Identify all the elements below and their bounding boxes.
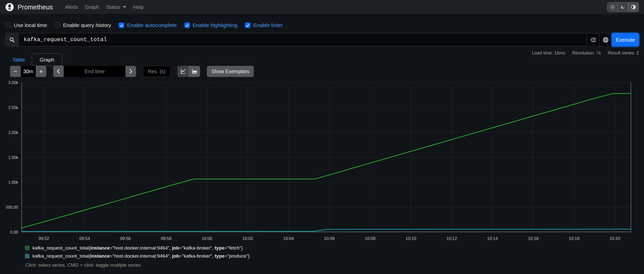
explain-query-button[interactable] (599, 33, 612, 46)
prometheus-logo-icon (5, 3, 14, 11)
nav-item-alerts[interactable]: Alerts (61, 4, 81, 10)
x-axis-tick-label: 10:18 (569, 236, 579, 241)
resolution-input[interactable] (143, 66, 171, 77)
checkbox-enable-highlighting[interactable]: Enable highlighting (184, 22, 237, 28)
checkbox-box (184, 22, 190, 28)
check-icon (120, 23, 123, 27)
nav-item-status-dropdown[interactable]: Status (103, 4, 130, 10)
range-input[interactable] (21, 66, 36, 77)
show-exemplars-button[interactable]: Show Exemplars (207, 66, 254, 77)
navbar: Prometheus Alerts Graph Status Help (0, 0, 644, 14)
y-axis-tick-label: 2.50k (8, 105, 18, 110)
dark-theme-button[interactable] (618, 3, 628, 12)
x-axis-tick-label: 10:20 (609, 236, 620, 241)
load-time-stat: Load time: 16ms (532, 50, 565, 56)
nav-links: Alerts Graph Status Help (61, 4, 147, 10)
stacked-chart-icon (191, 68, 198, 74)
x-axis-tick-label: 09:56 (120, 236, 131, 241)
legend-item-fetch[interactable]: kafka_request_count_total{instance="host… (25, 245, 250, 251)
prometheus-brand[interactable]: Prometheus (5, 3, 53, 11)
query-stats: Load time: 16ms Resolution: 7s Result se… (532, 50, 639, 56)
brand-title: Prometheus (18, 3, 53, 11)
series-swatch-produce (25, 254, 29, 258)
checkbox-enable-query-history[interactable]: Enable query history (55, 22, 111, 28)
checkbox-box (55, 22, 60, 28)
end-time-input[interactable] (64, 66, 125, 77)
panel-tabs: Table Graph (6, 53, 62, 66)
legend-hint: Click: select series, CMD + click: toggl… (25, 262, 250, 268)
tab-table[interactable]: Table (6, 53, 32, 66)
x-axis-tick-label: 09:58 (161, 236, 172, 241)
x-axis-tick-label: 10:00 (202, 236, 212, 241)
x-axis-tick-label: 10:04 (283, 236, 294, 241)
metrics-explorer-icon (590, 37, 596, 43)
y-axis-tick-label: 1.00k (8, 180, 18, 184)
x-axis-tick-label: 10:02 (242, 236, 253, 241)
y-axis-tick-label: 500.00 (6, 205, 18, 209)
stacked-chart-button[interactable] (189, 66, 200, 77)
x-axis-tick-label: 10:06 (324, 236, 335, 241)
nav-item-graph[interactable]: Graph (81, 4, 103, 10)
graph-controls: − + Show Exemplars (10, 66, 254, 77)
resolution-stat: Resolution: 7s (572, 50, 601, 56)
nav-item-help[interactable]: Help (130, 4, 147, 10)
theme-toggle-group (607, 2, 639, 12)
query-options-row: Use local time Enable query history Enab… (6, 22, 283, 28)
caret-down-icon (123, 6, 126, 8)
x-axis-tick-label: 10:14 (487, 236, 498, 241)
legend-label: kafka_request_count_total{instance="host… (33, 245, 243, 251)
series-line (21, 93, 631, 228)
contrast-icon (631, 4, 636, 10)
result-series-stat: Result series: 2 (608, 50, 639, 56)
check-icon (246, 23, 250, 27)
endtime-control-group (53, 66, 136, 77)
checkbox-enable-linter[interactable]: Enable linter (245, 22, 283, 28)
x-axis-tick-label: 10:08 (365, 236, 376, 241)
increase-range-button[interactable]: + (36, 66, 46, 77)
line-chart-icon (180, 68, 186, 74)
series-line (21, 229, 631, 231)
query-expression-input[interactable] (19, 33, 587, 46)
x-axis-tick-label: 10:16 (528, 236, 539, 241)
y-axis-tick-label: 1.50k (8, 155, 18, 160)
query-input-group (5, 33, 612, 46)
tab-graph[interactable]: Graph (32, 53, 62, 66)
globe-icon (602, 37, 609, 43)
checkbox-use-local-time[interactable]: Use local time (6, 22, 47, 28)
auto-theme-button[interactable] (628, 3, 638, 12)
decrease-range-button[interactable]: − (10, 66, 21, 77)
checkbox-box (245, 22, 250, 28)
chevron-right-icon (129, 69, 133, 74)
execute-button[interactable]: Execute (612, 33, 639, 46)
y-axis-tick-label: 3.00k (8, 80, 18, 85)
query-bar: Execute (5, 33, 639, 46)
x-axis-tick-label: 10:12 (446, 236, 457, 241)
search-addon (6, 33, 19, 46)
time-back-button[interactable] (53, 66, 64, 77)
check-icon (185, 23, 189, 27)
range-control-group: − + (10, 66, 46, 77)
y-axis-tick-label: 2.00k (8, 130, 18, 135)
metrics-explorer-button[interactable] (587, 33, 599, 46)
chevron-left-icon (56, 69, 60, 74)
legend-item-produce[interactable]: kafka_request_count_total{instance="host… (25, 253, 250, 259)
y-axis-tick-label: 0.00 (10, 230, 18, 234)
moon-icon (620, 4, 626, 10)
checkbox-box (119, 22, 124, 28)
legend-label: kafka_request_count_total{instance="host… (33, 253, 250, 259)
graph-legend: kafka_request_count_total{instance="host… (25, 245, 250, 268)
x-axis-tick-label: 10:10 (406, 236, 416, 241)
line-chart-button[interactable] (177, 66, 189, 77)
series-swatch-fetch (25, 246, 29, 250)
search-icon (9, 37, 15, 43)
x-axis-tick-label: 09:54 (79, 236, 90, 241)
graph-canvas[interactable]: 0.00500.001.00k1.50k2.00k2.50k3.00k09:52… (21, 83, 631, 232)
light-theme-button[interactable] (607, 3, 618, 12)
x-axis-tick-label: 09:52 (39, 236, 49, 241)
time-forward-button[interactable] (125, 66, 136, 77)
checkbox-enable-autocomplete[interactable]: Enable autocomplete (119, 22, 177, 28)
sun-icon (610, 4, 615, 10)
checkbox-box (6, 22, 11, 28)
chart-type-toggle-group (177, 66, 200, 77)
